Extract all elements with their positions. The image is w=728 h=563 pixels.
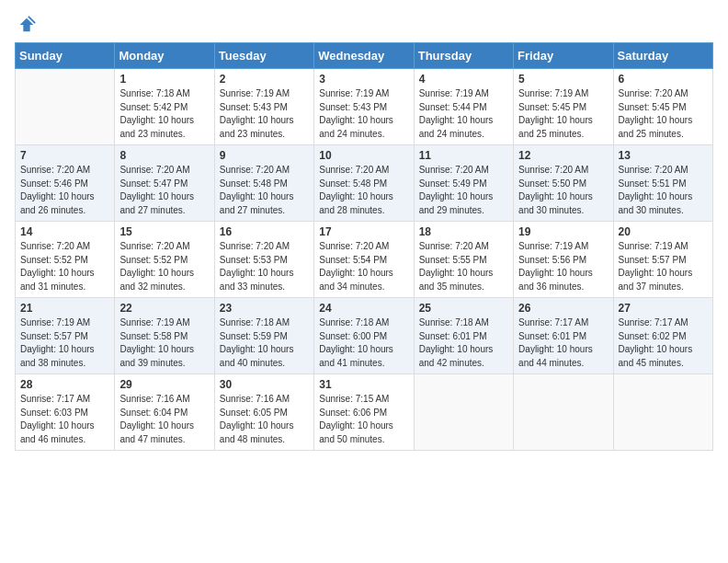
calendar-cell: 21Sunrise: 7:19 AMSunset: 5:57 PMDayligh… bbox=[16, 298, 115, 374]
calendar-cell: 20Sunrise: 7:19 AMSunset: 5:57 PMDayligh… bbox=[613, 222, 712, 298]
calendar-cell: 4Sunrise: 7:19 AMSunset: 5:44 PMDaylight… bbox=[414, 69, 513, 145]
calendar-cell: 24Sunrise: 7:18 AMSunset: 6:00 PMDayligh… bbox=[314, 298, 414, 374]
day-info: Sunrise: 7:20 AMSunset: 5:55 PMDaylight:… bbox=[419, 240, 508, 293]
calendar-cell: 30Sunrise: 7:16 AMSunset: 6:05 PMDayligh… bbox=[214, 374, 313, 451]
day-info: Sunrise: 7:20 AMSunset: 5:49 PMDaylight:… bbox=[419, 164, 508, 217]
day-number: 31 bbox=[319, 378, 408, 391]
calendar-table: SundayMondayTuesdayWednesdayThursdayFrid… bbox=[15, 42, 713, 451]
day-info: Sunrise: 7:20 AMSunset: 5:52 PMDaylight:… bbox=[119, 240, 209, 293]
calendar-week-1: 1Sunrise: 7:18 AMSunset: 5:42 PMDaylight… bbox=[16, 69, 713, 145]
calendar-cell: 11Sunrise: 7:20 AMSunset: 5:49 PMDayligh… bbox=[414, 145, 513, 222]
day-number: 3 bbox=[319, 73, 408, 86]
day-number: 2 bbox=[220, 73, 309, 86]
day-info: Sunrise: 7:16 AMSunset: 6:05 PMDaylight:… bbox=[220, 393, 309, 446]
day-info: Sunrise: 7:17 AMSunset: 6:02 PMDaylight:… bbox=[619, 316, 708, 370]
calendar-cell bbox=[16, 69, 115, 145]
day-number: 7 bbox=[20, 149, 109, 162]
day-number: 14 bbox=[20, 225, 109, 238]
day-number: 12 bbox=[518, 149, 608, 162]
day-info: Sunrise: 7:20 AMSunset: 5:46 PMDaylight:… bbox=[20, 164, 109, 217]
day-number: 4 bbox=[419, 73, 508, 86]
calendar-cell bbox=[613, 374, 712, 451]
calendar-cell: 3Sunrise: 7:19 AMSunset: 5:43 PMDaylight… bbox=[314, 69, 414, 145]
calendar-header-row: SundayMondayTuesdayWednesdayThursdayFrid… bbox=[16, 43, 713, 69]
day-number: 15 bbox=[119, 225, 209, 238]
day-info: Sunrise: 7:19 AMSunset: 5:56 PMDaylight:… bbox=[518, 240, 608, 293]
calendar-cell: 15Sunrise: 7:20 AMSunset: 5:52 PMDayligh… bbox=[115, 222, 214, 298]
day-number: 13 bbox=[619, 149, 708, 162]
calendar-cell: 9Sunrise: 7:20 AMSunset: 5:48 PMDaylight… bbox=[214, 145, 313, 222]
day-number: 27 bbox=[619, 302, 708, 315]
calendar-header-wednesday: Wednesday bbox=[314, 43, 414, 69]
day-info: Sunrise: 7:20 AMSunset: 5:51 PMDaylight:… bbox=[619, 164, 708, 217]
calendar-cell bbox=[514, 374, 613, 451]
calendar-header-saturday: Saturday bbox=[613, 43, 712, 69]
day-number: 28 bbox=[20, 378, 109, 391]
calendar-cell: 12Sunrise: 7:20 AMSunset: 5:50 PMDayligh… bbox=[514, 145, 613, 222]
calendar-cell: 27Sunrise: 7:17 AMSunset: 6:02 PMDayligh… bbox=[613, 298, 712, 374]
day-info: Sunrise: 7:20 AMSunset: 5:45 PMDaylight:… bbox=[619, 87, 708, 141]
day-number: 25 bbox=[419, 302, 508, 315]
calendar-cell: 17Sunrise: 7:20 AMSunset: 5:54 PMDayligh… bbox=[314, 222, 414, 298]
day-number: 26 bbox=[518, 302, 608, 315]
calendar-cell bbox=[414, 374, 513, 451]
day-info: Sunrise: 7:19 AMSunset: 5:43 PMDaylight:… bbox=[319, 87, 408, 141]
calendar-cell: 13Sunrise: 7:20 AMSunset: 5:51 PMDayligh… bbox=[613, 145, 712, 222]
day-number: 30 bbox=[220, 378, 309, 391]
day-info: Sunrise: 7:19 AMSunset: 5:58 PMDaylight:… bbox=[119, 316, 209, 370]
day-number: 5 bbox=[518, 73, 608, 86]
day-info: Sunrise: 7:19 AMSunset: 5:45 PMDaylight:… bbox=[518, 87, 608, 141]
day-info: Sunrise: 7:20 AMSunset: 5:54 PMDaylight:… bbox=[319, 240, 408, 293]
day-info: Sunrise: 7:20 AMSunset: 5:52 PMDaylight:… bbox=[20, 240, 109, 293]
logo-icon bbox=[17, 15, 37, 35]
calendar-cell: 8Sunrise: 7:20 AMSunset: 5:47 PMDaylight… bbox=[115, 145, 214, 222]
calendar-header-thursday: Thursday bbox=[414, 43, 513, 69]
calendar-cell: 18Sunrise: 7:20 AMSunset: 5:55 PMDayligh… bbox=[414, 222, 513, 298]
day-number: 10 bbox=[319, 149, 408, 162]
calendar-cell: 25Sunrise: 7:18 AMSunset: 6:01 PMDayligh… bbox=[414, 298, 513, 374]
calendar-cell: 29Sunrise: 7:16 AMSunset: 6:04 PMDayligh… bbox=[115, 374, 214, 451]
calendar-week-5: 28Sunrise: 7:17 AMSunset: 6:03 PMDayligh… bbox=[16, 374, 713, 451]
day-info: Sunrise: 7:20 AMSunset: 5:50 PMDaylight:… bbox=[518, 164, 608, 217]
calendar-cell: 31Sunrise: 7:15 AMSunset: 6:06 PMDayligh… bbox=[314, 374, 414, 451]
day-number: 22 bbox=[119, 302, 209, 315]
calendar-cell: 2Sunrise: 7:19 AMSunset: 5:43 PMDaylight… bbox=[214, 69, 313, 145]
calendar-cell: 19Sunrise: 7:19 AMSunset: 5:56 PMDayligh… bbox=[514, 222, 613, 298]
logo bbox=[15, 15, 37, 35]
day-info: Sunrise: 7:19 AMSunset: 5:57 PMDaylight:… bbox=[20, 316, 109, 370]
day-number: 21 bbox=[20, 302, 109, 315]
calendar-header-friday: Friday bbox=[514, 43, 613, 69]
day-info: Sunrise: 7:18 AMSunset: 5:59 PMDaylight:… bbox=[220, 316, 309, 370]
day-number: 18 bbox=[419, 225, 508, 238]
day-info: Sunrise: 7:20 AMSunset: 5:47 PMDaylight:… bbox=[119, 164, 209, 217]
calendar-cell: 7Sunrise: 7:20 AMSunset: 5:46 PMDaylight… bbox=[16, 145, 115, 222]
day-info: Sunrise: 7:19 AMSunset: 5:57 PMDaylight:… bbox=[619, 240, 708, 293]
calendar-cell: 16Sunrise: 7:20 AMSunset: 5:53 PMDayligh… bbox=[214, 222, 313, 298]
day-number: 1 bbox=[119, 73, 209, 86]
calendar-week-2: 7Sunrise: 7:20 AMSunset: 5:46 PMDaylight… bbox=[16, 145, 713, 222]
page-header bbox=[15, 15, 713, 35]
day-info: Sunrise: 7:17 AMSunset: 6:03 PMDaylight:… bbox=[20, 393, 109, 446]
calendar-cell: 5Sunrise: 7:19 AMSunset: 5:45 PMDaylight… bbox=[514, 69, 613, 145]
day-number: 11 bbox=[419, 149, 508, 162]
calendar-header-sunday: Sunday bbox=[16, 43, 115, 69]
calendar-cell: 10Sunrise: 7:20 AMSunset: 5:48 PMDayligh… bbox=[314, 145, 414, 222]
day-info: Sunrise: 7:18 AMSunset: 5:42 PMDaylight:… bbox=[119, 87, 209, 141]
day-info: Sunrise: 7:17 AMSunset: 6:01 PMDaylight:… bbox=[518, 316, 608, 370]
day-number: 20 bbox=[619, 225, 708, 238]
calendar-week-4: 21Sunrise: 7:19 AMSunset: 5:57 PMDayligh… bbox=[16, 298, 713, 374]
day-number: 24 bbox=[319, 302, 408, 315]
calendar-header-tuesday: Tuesday bbox=[214, 43, 313, 69]
day-number: 19 bbox=[518, 225, 608, 238]
day-number: 8 bbox=[119, 149, 209, 162]
calendar-cell: 26Sunrise: 7:17 AMSunset: 6:01 PMDayligh… bbox=[514, 298, 613, 374]
day-info: Sunrise: 7:19 AMSunset: 5:44 PMDaylight:… bbox=[419, 87, 508, 141]
calendar-cell: 14Sunrise: 7:20 AMSunset: 5:52 PMDayligh… bbox=[16, 222, 115, 298]
day-number: 6 bbox=[619, 73, 708, 86]
day-number: 16 bbox=[220, 225, 309, 238]
day-number: 23 bbox=[220, 302, 309, 315]
day-info: Sunrise: 7:18 AMSunset: 6:01 PMDaylight:… bbox=[419, 316, 508, 370]
day-number: 17 bbox=[319, 225, 408, 238]
day-number: 29 bbox=[119, 378, 209, 391]
day-info: Sunrise: 7:20 AMSunset: 5:53 PMDaylight:… bbox=[220, 240, 309, 293]
